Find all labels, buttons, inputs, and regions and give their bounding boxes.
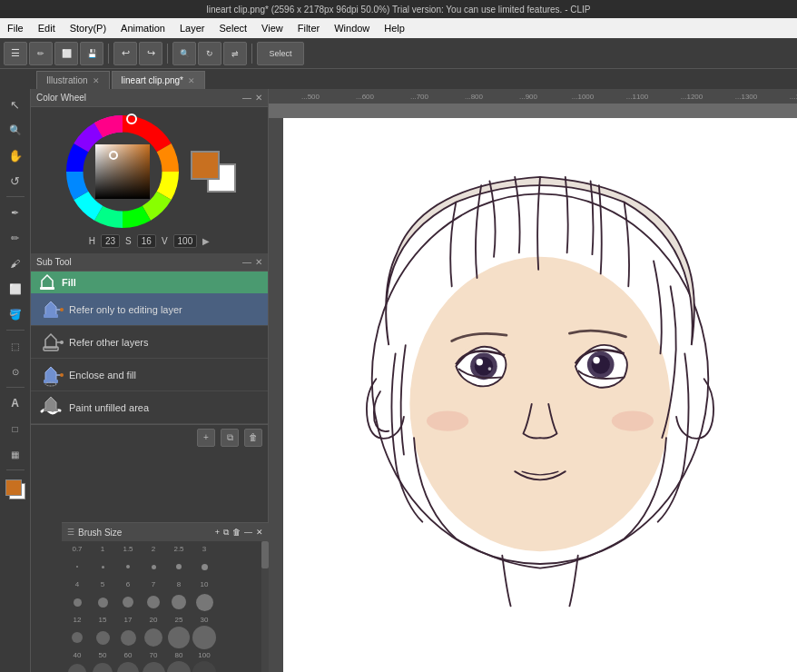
- brush-size-80[interactable]: 80: [167, 651, 191, 659]
- menu-story[interactable]: Story(P): [63, 18, 113, 38]
- lt-hand-btn[interactable]: ✋: [4, 143, 27, 167]
- menu-layer[interactable]: Layer: [172, 18, 212, 38]
- lt-fill-btn[interactable]: 🪣: [4, 302, 27, 326]
- brush-dot-2[interactable]: [142, 555, 165, 578]
- brush-dot-1.5[interactable]: [116, 555, 140, 578]
- brush-dot-100[interactable]: [192, 661, 216, 672]
- fg-color-swatch[interactable]: [191, 151, 220, 180]
- canvas-drawing[interactable]: .lineart { fill: none; stroke: #3a2535; …: [283, 118, 797, 672]
- brush-panel-add[interactable]: +: [215, 528, 220, 538]
- tab-lineart-close[interactable]: ✕: [188, 76, 195, 85]
- brush-dot-12[interactable]: [65, 626, 89, 649]
- brush-size-20[interactable]: 20: [142, 616, 165, 624]
- brush-dot-80[interactable]: [167, 661, 191, 672]
- brush-panel-delete[interactable]: 🗑: [232, 528, 241, 538]
- lt-text-btn[interactable]: A: [4, 391, 27, 415]
- lt-pen-btn[interactable]: ✒: [4, 201, 27, 224]
- tab-illustration[interactable]: Illustration ✕: [36, 71, 110, 89]
- toolbar-open-btn[interactable]: ⬜: [54, 42, 78, 65]
- tab-lineart[interactable]: lineart clip.png* ✕: [112, 71, 205, 89]
- brush-size-50[interactable]: 50: [91, 651, 114, 659]
- lt-select-btn[interactable]: ⬚: [4, 334, 27, 358]
- sat-value[interactable]: 16: [137, 234, 156, 248]
- brush-size-7[interactable]: 7: [142, 580, 165, 588]
- lt-gradient-btn[interactable]: ▦: [4, 442, 27, 466]
- brush-size-1.5[interactable]: 1.5: [116, 545, 140, 553]
- menu-select[interactable]: Select: [212, 18, 255, 38]
- brush-dot-2.5[interactable]: [167, 555, 191, 578]
- brush-dot-20[interactable]: [142, 626, 165, 649]
- brush-size-40[interactable]: 40: [65, 651, 89, 659]
- brush-size-2[interactable]: 2: [142, 545, 165, 553]
- brush-dot-60[interactable]: [116, 661, 140, 672]
- brush-dot-1[interactable]: [91, 555, 114, 578]
- brush-size-1[interactable]: 1: [91, 545, 114, 553]
- toolbar-zoom-btn[interactable]: 🔍: [172, 42, 196, 65]
- brush-dot-5[interactable]: [91, 590, 114, 614]
- subtool-collapse[interactable]: —: [242, 257, 251, 267]
- brush-scrollbar-thumb[interactable]: [261, 541, 269, 568]
- brush-panel-collapse[interactable]: —: [244, 528, 252, 538]
- lt-zoom-btn[interactable]: 🔍: [4, 118, 27, 142]
- subtool-item-3[interactable]: Paint unfilled area: [31, 391, 268, 424]
- brush-size-2.5[interactable]: 2.5: [167, 545, 191, 553]
- lt-eraser-btn[interactable]: ⬜: [4, 277, 27, 301]
- subtool-copy-btn[interactable]: ⧉: [221, 429, 239, 447]
- brush-dot-7[interactable]: [142, 590, 165, 614]
- brush-dot-15[interactable]: [91, 626, 114, 649]
- menu-filter[interactable]: Filter: [290, 18, 327, 38]
- lt-shape-btn[interactable]: □: [4, 417, 27, 440]
- lt-cursor-btn[interactable]: ↖: [4, 93, 27, 116]
- subtool-item-2[interactable]: Enclose and fill: [31, 359, 268, 391]
- subtool-add-btn[interactable]: +: [197, 429, 215, 447]
- brush-size-6[interactable]: 6: [116, 580, 140, 588]
- toolbar-save-btn[interactable]: 💾: [80, 42, 103, 65]
- brush-dot-10[interactable]: [192, 590, 216, 614]
- val-value[interactable]: 100: [173, 234, 198, 248]
- brush-dot-30[interactable]: [192, 626, 216, 649]
- lt-brush-btn[interactable]: 🖌: [4, 252, 27, 275]
- brush-dot-3[interactable]: [192, 555, 216, 578]
- menu-window[interactable]: Window: [327, 18, 377, 38]
- toolbar-flip-btn[interactable]: ⇌: [223, 42, 247, 65]
- toolbar-new-btn[interactable]: ✏: [29, 42, 53, 65]
- brush-dot-8[interactable]: [167, 590, 191, 614]
- brush-size-17[interactable]: 17: [116, 616, 140, 624]
- toolbar-redo-btn[interactable]: ↪: [139, 42, 162, 65]
- brush-size-3[interactable]: 3: [192, 545, 216, 553]
- brush-size-5[interactable]: 5: [91, 580, 114, 588]
- brush-panel-copy[interactable]: ⧉: [223, 528, 229, 538]
- menu-file[interactable]: File: [0, 18, 31, 38]
- brush-panel-close[interactable]: ✕: [256, 528, 263, 538]
- lt-pencil-btn[interactable]: ✏: [4, 226, 27, 250]
- menu-help[interactable]: Help: [377, 18, 412, 38]
- subtool-close[interactable]: ✕: [255, 257, 262, 267]
- brush-size-100[interactable]: 100: [192, 651, 216, 659]
- menu-view[interactable]: View: [254, 18, 290, 38]
- subtool-item-0[interactable]: Refer only to editing layer: [31, 293, 268, 326]
- lt-fg-swatch[interactable]: [5, 479, 22, 496]
- brush-dot-40[interactable]: [65, 661, 89, 672]
- color-mode-btn[interactable]: ▶: [202, 236, 210, 246]
- brush-size-60[interactable]: 60: [116, 651, 140, 659]
- brush-size-25[interactable]: 25: [167, 616, 191, 624]
- tab-illustration-close[interactable]: ✕: [93, 76, 100, 85]
- brush-size-70[interactable]: 70: [142, 651, 165, 659]
- brush-dot-50[interactable]: [91, 661, 114, 672]
- brush-size-30[interactable]: 30: [192, 616, 216, 624]
- brush-scrollbar[interactable]: [261, 541, 269, 672]
- brush-dot-25[interactable]: [167, 626, 191, 649]
- toolbar-rotate-btn[interactable]: ↻: [198, 42, 221, 65]
- lt-lasso-btn[interactable]: ⊙: [4, 360, 27, 383]
- brush-dot-4[interactable]: [65, 590, 89, 614]
- toolbar-menu-btn[interactable]: ☰: [4, 42, 27, 65]
- subtool-delete-btn[interactable]: 🗑: [244, 429, 262, 447]
- brush-size-8[interactable]: 8: [167, 580, 191, 588]
- color-wheel-close[interactable]: ✕: [255, 93, 262, 103]
- toolbar-select-btn[interactable]: Select: [257, 42, 304, 65]
- brush-size-12[interactable]: 12: [65, 616, 89, 624]
- menu-edit[interactable]: Edit: [31, 18, 63, 38]
- brush-panel-menu-icon[interactable]: ☰: [67, 528, 74, 537]
- brush-dot-0.7[interactable]: [65, 555, 89, 578]
- lt-rotate-btn[interactable]: ↺: [4, 169, 27, 193]
